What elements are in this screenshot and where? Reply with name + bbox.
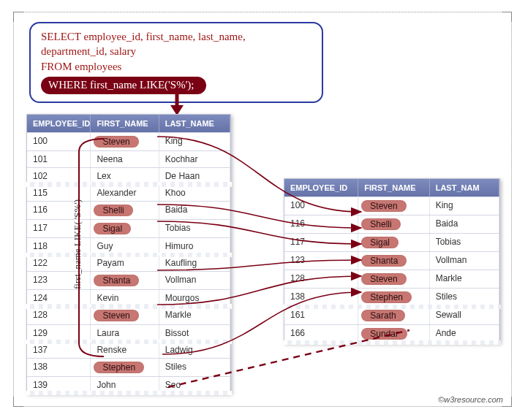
cell-employee_id: 116 — [284, 215, 358, 233]
cell-last_name: Bissot — [159, 325, 230, 341]
cell-first_name: Renske — [91, 342, 159, 358]
cell-first_name: Steven — [358, 197, 429, 215]
cell-last_name: Baida — [430, 215, 499, 233]
cell-first_name: Shanta — [358, 252, 429, 270]
match-pill: Sundar — [361, 328, 407, 340]
cell-last_name: De Haan — [159, 168, 230, 184]
cell-last_name: Kochhar — [159, 151, 230, 167]
cell-first_name: Steven — [91, 133, 159, 150]
result-table-body: 100StevenKing116ShelliBaida117SigalTobia… — [284, 196, 499, 343]
match-pill: Shanta — [361, 255, 407, 267]
match-pill: Sigal — [361, 237, 399, 248]
source-table-header: EMPLOYEE_ID FIRST_NAME LAST_NAME — [27, 115, 230, 132]
corner-tr — [502, 12, 512, 22]
cell-last_name: Seo — [159, 377, 230, 393]
cell-first_name: Kevin — [91, 290, 159, 306]
credit-text: ©w3resource.com — [438, 395, 503, 404]
col-employee_id: EMPLOYEE_ID — [284, 179, 358, 196]
table-row: 117SigalTobias — [27, 219, 230, 237]
match-pill: Shanta — [94, 275, 139, 286]
cell-first_name: John — [91, 377, 159, 393]
cell-last_name: Vollman — [430, 252, 499, 270]
table-row: 117SigalTobias — [284, 233, 499, 251]
match-pill: Stephen — [361, 291, 412, 303]
table-row: 118GuyHimuro — [27, 237, 230, 254]
table-row: 122PayamKaufling — [27, 254, 230, 271]
cell-last_name: Ande — [430, 325, 499, 343]
cell-employee_id: 128 — [284, 270, 358, 288]
table-row: 137RenskeLadwig — [27, 341, 230, 358]
cell-employee_id: 161 — [284, 307, 358, 324]
cell-employee_id: 117 — [284, 234, 358, 251]
cell-first_name: Steven — [358, 270, 429, 288]
table-row: 128StevenMarkle — [27, 306, 230, 324]
cell-first_name: Sigal — [91, 220, 159, 237]
cell-last_name: Vollman — [159, 272, 230, 289]
table-row: 116ShelliBaida — [284, 215, 499, 233]
cell-last_name: Mourgos — [159, 290, 230, 306]
cell-last_name: Stiles — [430, 289, 499, 306]
corner-br — [502, 397, 512, 407]
cell-first_name: Guy — [91, 238, 159, 254]
cell-first_name: Lex — [91, 168, 159, 184]
col-first_name: FIRST_NAME — [358, 179, 429, 196]
table-row: 166SundarAnde — [284, 324, 499, 343]
sql-line-3: FROM employees — [41, 59, 311, 74]
cell-first_name: Steven — [91, 307, 159, 324]
cell-employee_id: 138 — [284, 289, 358, 306]
cell-first_name: Payam — [91, 255, 159, 271]
cell-employee_id: 100 — [284, 197, 358, 215]
cell-first_name: Sundar — [358, 325, 429, 343]
cell-first_name: Stephen — [358, 289, 429, 306]
col-last_name: LAST_NAME — [159, 115, 230, 132]
cell-employee_id: 129 — [27, 325, 91, 341]
match-pill: Shelli — [94, 205, 132, 216]
table-row: 138StephenStiles — [27, 358, 230, 376]
col-first_name: FIRST_NAME — [91, 115, 159, 132]
table-row: 116ShelliBaida — [27, 201, 230, 219]
table-row: 123ShantaVollman — [284, 251, 499, 270]
match-pill: Steven — [361, 273, 406, 285]
cell-employee_id: 138 — [27, 359, 91, 376]
sql-line-2: department_id, salary — [41, 44, 311, 58]
match-pill: Sigal — [94, 223, 131, 234]
cell-last_name: King — [159, 133, 230, 150]
cell-employee_id: 139 — [27, 377, 91, 393]
table-row: 100StevenKing — [284, 196, 499, 215]
table-row: 161SarathSewall — [284, 306, 499, 324]
cell-first_name: Shanta — [91, 272, 159, 289]
sql-line-1: SELECT employee_id, first_name, last_nam… — [41, 29, 311, 44]
cell-first_name: Shelli — [91, 202, 159, 219]
match-pill: Stephen — [94, 362, 144, 373]
filter-vertical-label: first_name LIKE( 'S%') — [70, 152, 85, 311]
cell-last_name: Khoo — [159, 185, 230, 201]
table-row: 138StephenStiles — [284, 288, 499, 306]
cell-employee_id: 137 — [27, 342, 91, 358]
table-row: 128StevenMarkle — [284, 270, 499, 288]
cell-last_name: Markle — [430, 270, 499, 288]
table-row: 129LauraBissot — [27, 324, 230, 341]
cell-first_name: Sigal — [358, 234, 429, 251]
cell-first_name: Neena — [91, 151, 159, 167]
table-row: 139JohnSeo — [27, 376, 230, 393]
match-pill: Steven — [361, 200, 406, 212]
col-last_name: LAST_NAM — [430, 179, 499, 196]
cell-last_name: Himuro — [159, 238, 230, 254]
match-pill: Steven — [94, 136, 138, 148]
result-table-header: EMPLOYEE_ID FIRST_NAME LAST_NAM — [284, 179, 499, 196]
match-pill: Steven — [94, 310, 138, 321]
cell-last_name: Tobias — [159, 220, 230, 237]
cell-last_name: Kaufling — [159, 255, 230, 271]
cell-employee_id: 123 — [284, 252, 358, 270]
cell-last_name: Baida — [159, 202, 230, 219]
table-row: 101NeenaKochhar — [27, 150, 230, 167]
corner-tl — [13, 12, 23, 22]
down-arrow-icon — [168, 88, 190, 117]
table-row: 124KevinMourgos — [27, 289, 230, 306]
table-row: 115AlexanderKhoo — [27, 184, 230, 201]
col-employee_id: EMPLOYEE_ID — [27, 115, 91, 132]
table-row: 102LexDe Haan — [27, 167, 230, 184]
cell-employee_id: 100 — [27, 133, 91, 150]
cell-first_name: Stephen — [91, 359, 159, 376]
result-table: EMPLOYEE_ID FIRST_NAME LAST_NAM 100Steve… — [284, 178, 500, 343]
